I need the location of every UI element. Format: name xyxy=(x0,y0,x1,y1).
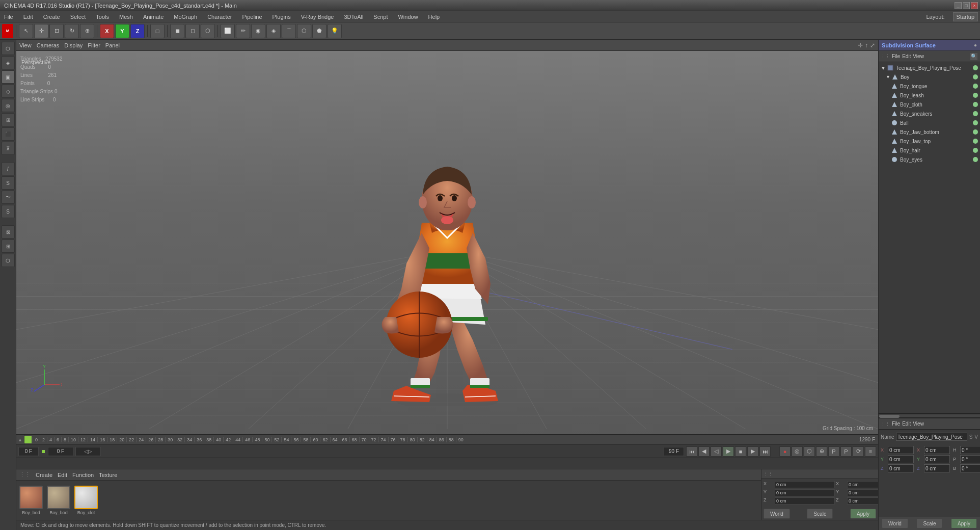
sidebar-tool-2[interactable]: S xyxy=(2,176,15,190)
attr-y2-pos[interactable] xyxy=(924,455,950,463)
menu-help[interactable]: Help xyxy=(426,13,442,21)
x-axis-btn[interactable]: X xyxy=(100,24,114,38)
deformer-btn[interactable]: ◈ xyxy=(266,24,281,38)
record-btn[interactable]: ● xyxy=(779,446,791,457)
ball-vis-dot[interactable] xyxy=(973,120,978,125)
keyframe-btn2[interactable]: ◻ xyxy=(185,24,200,38)
viewport-menu-panel[interactable]: Panel xyxy=(105,42,120,48)
play-btn[interactable]: ▶ xyxy=(723,446,734,457)
keyframe-btn3[interactable]: ⬡ xyxy=(201,24,215,38)
tree-item-boy-jaw-bottom[interactable]: Boy_Jaw_bottom xyxy=(879,127,980,137)
menu-mograph[interactable]: MoGraph xyxy=(172,13,199,21)
attr-p-rot[interactable] xyxy=(960,455,980,463)
viewport-icon-1[interactable]: ✛ xyxy=(858,42,863,49)
viewport-menu-display[interactable]: Display xyxy=(64,42,83,48)
boy-tongue-vis-dot[interactable] xyxy=(973,84,978,89)
go-to-start-btn[interactable]: ⏮ xyxy=(686,446,697,457)
window-buttons[interactable]: _ □ × xyxy=(955,2,978,9)
sidebar-mode-btn-8[interactable]: ⊼ xyxy=(2,142,15,155)
sidebar-mode-btn-7[interactable]: ⬛ xyxy=(2,127,15,141)
attr-z-pos[interactable] xyxy=(888,464,914,472)
menu-file[interactable]: File xyxy=(2,13,15,21)
viewport-icon-3[interactable]: ⤢ xyxy=(870,42,875,49)
sidebar-mode-btn-5[interactable]: ◎ xyxy=(2,99,15,112)
sidebar-mode-btn-3[interactable]: ▣ xyxy=(2,70,15,84)
tree-item-scene[interactable]: ▼ Teenage_Boy_Playing_Pose xyxy=(879,63,980,72)
z-axis-btn[interactable]: Z xyxy=(130,24,145,38)
nurbs-btn[interactable]: ◉ xyxy=(251,24,265,38)
attr-z2-pos[interactable] xyxy=(924,464,950,472)
transform-tool[interactable]: ⊕ xyxy=(80,24,94,38)
ik-btn[interactable]: P xyxy=(828,446,839,457)
menu-window[interactable]: Window xyxy=(396,13,420,21)
sidebar-tool-1[interactable]: / xyxy=(2,162,15,175)
loop-btn[interactable]: ⟳ xyxy=(853,446,864,457)
next-frame-btn[interactable]: ▶ xyxy=(747,446,758,457)
tree-item-boy-eyes[interactable]: Boy_eyes xyxy=(879,155,980,164)
scale-tool[interactable]: ⊡ xyxy=(49,24,64,38)
scene-btn[interactable]: ⬡ xyxy=(297,24,311,38)
spline-btn[interactable]: ⌒ xyxy=(282,24,296,38)
material-item-boy-body-2[interactable]: Boy_bod xyxy=(47,486,70,515)
tree-item-boy[interactable]: ▼ Boy xyxy=(879,72,980,82)
menu-animate[interactable]: Animate xyxy=(141,13,166,21)
boy-cloth-vis-dot[interactable] xyxy=(973,102,978,107)
obj-menu-file[interactable]: File xyxy=(892,54,900,59)
viewport-icon-2[interactable]: ↑ xyxy=(865,42,868,49)
menu-pipeline[interactable]: Pipeline xyxy=(240,13,264,21)
boy-leash-vis-dot[interactable] xyxy=(973,93,978,98)
minimize-button[interactable]: _ xyxy=(955,2,962,9)
subdiv-vis-dot[interactable]: ● xyxy=(974,42,977,48)
cube-btn[interactable]: ⬜ xyxy=(221,24,235,38)
close-button[interactable]: × xyxy=(971,2,978,9)
tree-item-ball[interactable]: Ball xyxy=(879,118,980,127)
layout-value[interactable]: Startup xyxy=(953,12,978,21)
motion-btn[interactable]: ⊕ xyxy=(816,446,827,457)
boy-vis-dot[interactable] xyxy=(973,74,978,80)
obj-manager-scrollbar[interactable] xyxy=(879,414,980,418)
prev-frame-btn[interactable]: ◀ xyxy=(698,446,710,457)
attr-y-pos[interactable] xyxy=(888,455,914,463)
light-btn[interactable]: 💡 xyxy=(328,24,342,38)
menu-script[interactable]: Script xyxy=(371,13,390,21)
stop-btn[interactable]: ■ xyxy=(735,446,746,457)
boy-jaw-bottom-vis-dot[interactable] xyxy=(973,129,978,135)
attr-b-rot[interactable] xyxy=(960,464,980,472)
menu-vray[interactable]: V-Ray Bridge xyxy=(299,13,336,21)
sidebar-mode-btn-2[interactable]: ◈ xyxy=(2,56,15,69)
obj-menu-edit[interactable]: Edit xyxy=(902,54,911,59)
material-menu-texture[interactable]: Texture xyxy=(99,472,117,478)
material-menu-edit[interactable]: Edit xyxy=(58,472,67,478)
scale-btn[interactable]: Scale xyxy=(916,518,942,528)
sidebar-mode-btn-4[interactable]: ◇ xyxy=(2,85,15,98)
scene-vis-dot[interactable] xyxy=(973,65,978,70)
sidebar-tool-3[interactable]: S xyxy=(2,205,15,218)
menu-character[interactable]: Character xyxy=(205,13,234,21)
object-mode-btn[interactable]: □ xyxy=(150,24,165,38)
play-reverse-btn[interactable]: ◁ xyxy=(711,446,722,457)
boy-hair-vis-dot[interactable] xyxy=(973,148,978,153)
frame-range-input[interactable]: ◁▷ xyxy=(75,447,101,456)
y-input[interactable] xyxy=(775,489,835,496)
viewport-menu-view[interactable]: View xyxy=(19,42,32,48)
tree-item-boy-hair[interactable]: Boy_hair xyxy=(879,146,980,155)
boy-sneakers-vis-dot[interactable] xyxy=(973,111,978,116)
menu-select[interactable]: Select xyxy=(68,13,88,21)
sidebar-tool-6[interactable]: ⬡ xyxy=(2,254,15,267)
fps-btn[interactable]: P xyxy=(840,446,852,457)
timeline-btn[interactable]: ≡ xyxy=(865,446,876,457)
boy-eyes-vis-dot[interactable] xyxy=(973,157,978,162)
sidebar-spline[interactable]: 〜 xyxy=(2,191,15,204)
obj-menu-view[interactable]: View xyxy=(913,54,924,59)
maximize-button[interactable]: □ xyxy=(963,2,970,9)
world-btn[interactable]: World xyxy=(882,518,908,528)
y-axis-btn[interactable]: Y xyxy=(115,24,129,38)
material-menu-function[interactable]: Function xyxy=(72,472,94,478)
attr-x2-pos[interactable] xyxy=(924,446,950,454)
scale-button[interactable]: Scale xyxy=(807,509,833,519)
sidebar-tool-4[interactable]: ⊠ xyxy=(2,225,15,238)
menu-3dtoall[interactable]: 3DToAll xyxy=(342,13,365,21)
sidebar-tool-5[interactable]: ⊞ xyxy=(2,240,15,253)
current-frame-input[interactable] xyxy=(18,447,39,456)
obj-search-btn[interactable]: 🔍 xyxy=(970,52,978,61)
